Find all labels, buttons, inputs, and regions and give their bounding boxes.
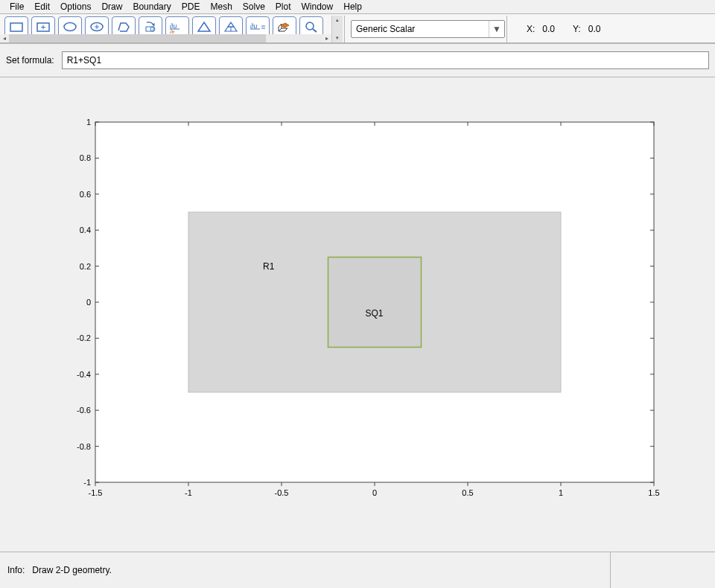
svg-text:0.2: 0.2 — [80, 262, 91, 271]
svg-text:0.6: 0.6 — [80, 190, 91, 199]
chevron-down-icon: ▼ — [489, 21, 504, 37]
status-text: Draw 2-D geometry. — [32, 565, 111, 575]
svg-text:0.8: 0.8 — [80, 153, 91, 162]
menu-mesh[interactable]: Mesh — [205, 1, 237, 13]
shape-label-R1: R1 — [263, 261, 275, 272]
geometry-canvas[interactable]: -1.5-1-0.500.511.5-1-0.8-0.6-0.4-0.200.2… — [66, 95, 714, 542]
scroll-track[interactable] — [9, 34, 322, 42]
separator — [344, 16, 345, 42]
svg-text:0.4: 0.4 — [80, 226, 91, 234]
svg-marker-25 — [281, 23, 289, 28]
scroll-left-icon[interactable]: ◂ — [0, 34, 9, 42]
toolbar-h-scrollbar[interactable]: ◂ ▸ — [0, 34, 331, 42]
svg-text:-1: -1 — [83, 478, 91, 487]
toolbar: ∂u∂t∂u ◂ ▸ ▴ ▾ Generic Scalar ▼ X: 0.0 Y… — [0, 13, 715, 44]
svg-text:-1.5: -1.5 — [89, 488, 103, 497]
scroll-down-icon[interactable]: ▾ — [332, 33, 343, 42]
scroll-up-icon[interactable]: ▴ — [332, 16, 343, 25]
formula-label: Set formula: — [6, 55, 54, 65]
coord-y-value: 0.0 — [588, 24, 601, 34]
pde-type-selected-label: Generic Scalar — [352, 24, 415, 34]
status-right-pane — [611, 552, 715, 588]
menu-window[interactable]: Window — [296, 1, 339, 13]
svg-text:1: 1 — [559, 488, 563, 497]
svg-text:1.5: 1.5 — [648, 488, 659, 497]
menu-solve[interactable]: Solve — [238, 1, 270, 13]
separator — [506, 16, 507, 42]
pde-type-select[interactable]: Generic Scalar ▼ — [351, 20, 505, 38]
menu-draw[interactable]: Draw — [96, 1, 127, 13]
svg-text:-0.6: -0.6 — [77, 406, 91, 415]
svg-text:-0.4: -0.4 — [77, 370, 91, 379]
coord-x-value: 0.0 — [542, 24, 555, 34]
svg-text:-0.8: -0.8 — [77, 442, 91, 451]
svg-text:0: 0 — [86, 298, 91, 307]
svg-text:1: 1 — [86, 118, 91, 127]
toolbar-scroll-area: ∂u∂t∂u ◂ ▸ — [0, 16, 331, 42]
menu-pde[interactable]: PDE — [177, 1, 206, 13]
status-bar: Info: Draw 2-D geometry. — [0, 552, 715, 588]
menu-plot[interactable]: Plot — [270, 1, 296, 13]
svg-text:-1: -1 — [185, 488, 192, 497]
scroll-right-icon[interactable]: ▸ — [322, 34, 331, 42]
menu-bar: File Edit Options Draw Boundary PDE Mesh… — [0, 0, 715, 13]
svg-text:∂t: ∂t — [170, 29, 175, 33]
formula-input[interactable] — [62, 51, 709, 69]
coord-x-label: X: — [527, 24, 535, 34]
scroll-thumb[interactable] — [9, 34, 266, 42]
toolbar-v-scrollbar[interactable]: ▴ ▾ — [331, 16, 343, 42]
coord-readout: X: 0.0 Y: 0.0 — [527, 24, 600, 34]
svg-rect-0 — [10, 23, 22, 31]
svg-marker-16 — [228, 22, 234, 27]
svg-text:-0.2: -0.2 — [77, 333, 91, 342]
svg-point-10 — [150, 27, 155, 31]
menu-file[interactable]: File — [4, 1, 29, 13]
menu-help[interactable]: Help — [338, 1, 367, 13]
svg-point-26 — [306, 22, 314, 30]
menu-boundary[interactable]: Boundary — [127, 1, 176, 13]
menu-edit[interactable]: Edit — [29, 1, 55, 13]
svg-text:-0.5: -0.5 — [275, 488, 289, 497]
shape-SQ1[interactable] — [328, 258, 422, 348]
svg-text:0: 0 — [372, 488, 377, 497]
svg-marker-14 — [198, 22, 210, 31]
svg-text:0.5: 0.5 — [462, 488, 473, 497]
menu-options[interactable]: Options — [55, 1, 96, 13]
svg-rect-9 — [146, 27, 153, 31]
svg-point-4 — [64, 23, 76, 31]
coord-y-label: Y: — [573, 24, 581, 34]
formula-bar: Set formula: — [0, 44, 715, 77]
svg-line-27 — [313, 29, 317, 32]
shape-label-SQ1: SQ1 — [366, 308, 384, 319]
status-label: Info: — [7, 565, 25, 575]
